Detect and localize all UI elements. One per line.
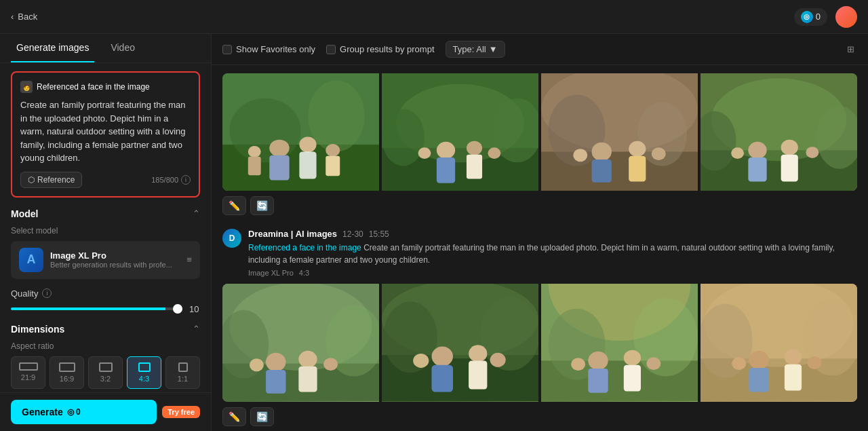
- image-cell-1-1[interactable]: [222, 73, 379, 191]
- svg-rect-42: [781, 155, 798, 182]
- generate-label: Generate: [22, 407, 63, 417]
- prompt-reference-label: Referenced a face in the image: [37, 82, 150, 92]
- slider-row: 10: [11, 304, 200, 314]
- dimensions-section-header: Dimensions ⌃: [11, 324, 200, 335]
- image-cell-2-2[interactable]: [382, 284, 538, 401]
- generate-credits: ◎ 0: [67, 407, 81, 417]
- back-button[interactable]: ‹ Back: [11, 12, 37, 22]
- aspect-btn-3-2[interactable]: 3:2: [88, 356, 123, 389]
- svg-point-30: [629, 141, 646, 157]
- svg-point-55: [323, 358, 338, 371]
- svg-point-19: [467, 141, 482, 155]
- svg-point-63: [469, 345, 487, 362]
- group-time: 12-30: [342, 229, 363, 239]
- svg-point-6: [299, 136, 316, 152]
- svg-point-8: [326, 144, 340, 157]
- aspect-btn-4-3[interactable]: 4:3: [127, 356, 161, 389]
- svg-point-54: [250, 359, 264, 372]
- svg-rect-75: [624, 365, 641, 392]
- aspect-btn-16-9[interactable]: 16:9: [50, 356, 84, 389]
- prompt-box: 🧑 Referenced a face in the image Create …: [11, 71, 200, 198]
- svg-point-22: [488, 147, 500, 159]
- back-label: Back: [18, 12, 37, 22]
- quality-value: 10: [189, 304, 200, 314]
- group-model-tag: Image XL Pro: [248, 269, 294, 277]
- image-cell-1-3[interactable]: [541, 73, 698, 191]
- aspect-shape-16-9: [59, 362, 75, 372]
- reference-button[interactable]: ⬡ Reference: [20, 172, 82, 188]
- model-card[interactable]: A Image XL Pro Better generation results…: [11, 241, 200, 279]
- dimensions-collapse-icon[interactable]: ⌃: [193, 324, 200, 334]
- svg-point-39: [748, 142, 766, 159]
- edit-button-2[interactable]: ✏️: [222, 407, 246, 426]
- svg-point-17: [437, 142, 455, 159]
- svg-point-59: [383, 302, 437, 373]
- svg-point-28: [592, 143, 612, 161]
- tab-video[interactable]: Video: [105, 34, 140, 62]
- quality-slider[interactable]: [11, 307, 182, 310]
- top-bar: ‹ Back ◎ 0: [0, 0, 868, 34]
- svg-point-83: [749, 351, 768, 369]
- image-group-1: ✏️ 🔄: [222, 73, 857, 215]
- svg-rect-5: [269, 155, 289, 181]
- svg-rect-86: [785, 364, 802, 391]
- main-layout: Generate images Video 🧑 Referenced a fac…: [0, 34, 868, 431]
- user-avatar[interactable]: [835, 6, 857, 28]
- generate-bar: Generate ◎ 0 Try free: [0, 392, 211, 431]
- model-settings-button[interactable]: ≡: [186, 255, 192, 265]
- aspect-ratio-row: 21:9 16:9 3:2 4:3 1:1: [11, 356, 200, 389]
- regenerate-button-1[interactable]: 🔄: [250, 196, 274, 215]
- dreamina-icon: D: [222, 229, 241, 248]
- aspect-shape-4-3: [138, 362, 151, 372]
- face-reference-icon: 🧑: [20, 81, 33, 93]
- svg-rect-73: [588, 369, 608, 393]
- dropdown-chevron-icon: ▼: [489, 44, 498, 54]
- image-cell-2-1[interactable]: [222, 284, 379, 401]
- svg-point-3: [308, 81, 365, 152]
- try-free-badge[interactable]: Try free: [162, 406, 200, 418]
- layout-toggle-button[interactable]: ⊞: [844, 41, 857, 57]
- filter-left: Show Favorites only Group results by pro…: [222, 41, 505, 58]
- image-cell-1-2[interactable]: [382, 73, 538, 191]
- regenerate-button-2[interactable]: 🔄: [250, 407, 274, 426]
- model-name: Image XL Pro: [50, 250, 180, 261]
- model-section-title: Model: [11, 208, 38, 219]
- type-dropdown[interactable]: Type: All ▼: [446, 41, 505, 58]
- group-meta-2: D Dreamina | AI images 12-30 15:55 Refer…: [222, 229, 857, 277]
- quality-label: Quality: [11, 288, 38, 299]
- images-grid-2: [222, 284, 857, 401]
- info-icon[interactable]: i: [181, 175, 191, 185]
- quality-row: Quality i: [11, 288, 200, 299]
- svg-point-15: [382, 109, 425, 166]
- generate-button[interactable]: Generate ◎ 0: [11, 400, 157, 424]
- back-chevron-icon: ‹: [11, 12, 14, 22]
- group-title-row: Dreamina | AI images 12-30 15:55: [248, 229, 857, 239]
- svg-point-71: [634, 298, 698, 377]
- aspect-btn-1-1[interactable]: 1:1: [165, 356, 200, 389]
- filter-bar: Show Favorites only Group results by pro…: [212, 34, 868, 65]
- prompt-text[interactable]: Create an family portrait featuring the …: [20, 98, 191, 165]
- left-panel: Generate images Video 🧑 Referenced a fac…: [0, 34, 212, 431]
- aspect-shape-3-2: [99, 362, 113, 372]
- svg-rect-62: [432, 365, 454, 392]
- svg-rect-64: [469, 361, 487, 390]
- svg-rect-84: [749, 368, 768, 392]
- model-info: Image XL Pro Better generation results w…: [50, 250, 180, 269]
- images-grid-1: [222, 73, 857, 191]
- group-results-checkbox[interactable]: Group results by prompt: [326, 44, 434, 54]
- aspect-btn-21-9[interactable]: 21:9: [11, 356, 45, 389]
- svg-point-72: [588, 352, 608, 370]
- image-cell-2-4[interactable]: [701, 284, 857, 401]
- svg-point-21: [418, 147, 431, 159]
- svg-point-60: [480, 297, 538, 371]
- char-count: 185/800 i: [151, 175, 191, 185]
- image-cell-2-3[interactable]: [541, 284, 698, 401]
- group-hour: 15:55: [369, 229, 389, 239]
- show-favorites-checkbox[interactable]: Show Favorites only: [222, 44, 315, 54]
- image-cell-1-4[interactable]: [701, 73, 857, 191]
- group-checkbox-box: [326, 45, 336, 54]
- tab-generate-images[interactable]: Generate images: [11, 34, 94, 62]
- model-collapse-icon[interactable]: ⌃: [193, 208, 200, 219]
- edit-button-1[interactable]: ✏️: [222, 196, 246, 215]
- quality-info-icon[interactable]: i: [42, 288, 52, 298]
